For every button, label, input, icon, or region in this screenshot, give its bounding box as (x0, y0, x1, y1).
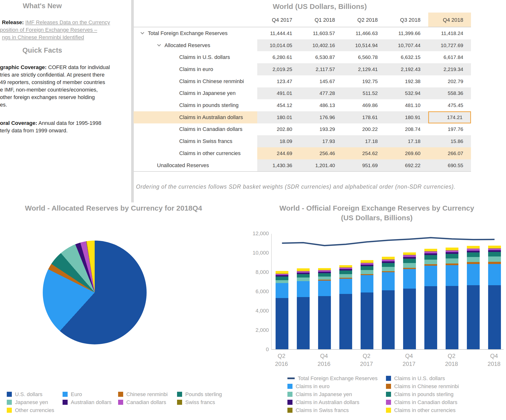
value-cell[interactable]: 197.76 (428, 123, 471, 135)
value-cell[interactable]: 192.38 (385, 75, 428, 87)
bar-segment[interactable] (382, 290, 395, 349)
bar-segment[interactable] (424, 260, 437, 264)
bar-segment[interactable] (361, 270, 373, 274)
bar-segment[interactable] (339, 294, 352, 349)
bar-segment[interactable] (318, 281, 331, 296)
value-cell[interactable]: 486.13 (300, 99, 343, 111)
legend-item-pounds-sterling[interactable]: Pounds sterling (177, 391, 222, 398)
release-link-line-3[interactable]: ngs in Chinese Renminbi Identified (2, 34, 84, 40)
bar-segment[interactable] (297, 278, 310, 281)
value-cell[interactable]: 6,530.87 (300, 51, 343, 63)
legend-item-claims-in-swiss-francs[interactable]: Claims in Swiss francs (287, 407, 386, 413)
row-label-cell[interactable]: Claims in Canadian dollars (134, 123, 257, 135)
bar-segment[interactable] (297, 273, 310, 274)
column-header[interactable]: Q4 2018 (428, 13, 471, 27)
bar-segment[interactable] (318, 280, 331, 281)
bar-segment[interactable] (318, 272, 331, 273)
value-cell[interactable]: 2,019.25 (257, 63, 300, 75)
value-cell[interactable]: 11,418.24 (428, 27, 471, 39)
column-header[interactable]: Q3 2018 (385, 13, 428, 27)
bar-segment[interactable] (467, 248, 480, 249)
bar-segment[interactable] (318, 273, 331, 277)
value-cell[interactable]: 2,129.41 (343, 63, 385, 75)
bar-segment[interactable] (403, 257, 416, 259)
bar-segment[interactable] (361, 263, 373, 263)
bar-segment[interactable] (467, 246, 480, 249)
column-header[interactable]: Q4 2017 (257, 13, 300, 27)
value-cell[interactable]: 254.62 (343, 147, 385, 159)
value-cell[interactable]: 192.75 (343, 75, 385, 87)
value-cell[interactable]: 244.69 (257, 147, 300, 159)
bar-segment[interactable] (339, 274, 352, 278)
value-cell[interactable]: 692.22 (385, 159, 428, 171)
value-cell[interactable]: 2,117.57 (300, 63, 343, 75)
row-label-cell[interactable]: Claims in euro (134, 63, 257, 75)
bar-segment[interactable] (467, 249, 480, 250)
bar-segment[interactable] (403, 269, 416, 289)
bar-segment[interactable] (488, 248, 501, 250)
value-cell[interactable]: 10,707.44 (385, 39, 428, 51)
bar-segment[interactable] (424, 264, 437, 266)
bar-segment[interactable] (382, 259, 395, 261)
legend-item-claims-in-other-currencies[interactable]: Claims in other currencies (386, 407, 459, 413)
bar-segment[interactable] (339, 279, 352, 294)
bar-segment[interactable] (339, 267, 352, 268)
row-label-cell[interactable]: Claims in Japanese yen (134, 87, 257, 100)
value-cell[interactable]: 2,219.34 (428, 63, 471, 75)
value-cell[interactable]: 200.22 (343, 123, 385, 135)
column-header[interactable]: Q1 2018 (300, 13, 343, 27)
value-cell[interactable]: 558.36 (428, 87, 471, 100)
bar-segment[interactable] (339, 271, 352, 274)
bar-segment[interactable] (488, 285, 501, 349)
legend-item-u-s-dollars[interactable]: U.S. dollars (7, 391, 63, 398)
value-cell[interactable]: 202.79 (428, 75, 471, 87)
bar-segment[interactable] (297, 281, 310, 297)
legend-item-chinese-renminbi[interactable]: Chinese renminbi (118, 391, 177, 398)
value-cell[interactable]: 174.21 (428, 111, 471, 123)
bar-segment[interactable] (403, 255, 416, 255)
value-cell[interactable]: 11,399.66 (385, 27, 428, 39)
bar-segment[interactable] (488, 246, 501, 248)
bar-segment[interactable] (446, 263, 458, 265)
bar-segment[interactable] (318, 270, 331, 270)
release-link[interactable]: IMF Releases Data on the Currency (25, 19, 110, 25)
row-label-cell[interactable]: Allocated Reserves (134, 39, 257, 51)
value-cell[interactable]: 477.28 (300, 87, 343, 100)
value-cell[interactable]: 11,466.63 (343, 27, 385, 39)
bar-segment[interactable] (297, 271, 310, 271)
row-label-cell[interactable]: Claims in U.S. dollars (134, 51, 257, 63)
value-cell[interactable]: 17.93 (300, 135, 343, 147)
bar-segment[interactable] (424, 266, 437, 286)
bar-segment[interactable] (446, 265, 458, 286)
bar-segment[interactable] (424, 249, 437, 251)
bar-segment[interactable] (276, 271, 288, 274)
bar-segment[interactable] (382, 271, 395, 272)
value-cell[interactable]: 475.45 (428, 99, 471, 111)
value-cell[interactable]: 6,632.15 (385, 51, 428, 63)
value-cell[interactable]: 266.07 (428, 147, 471, 159)
bar-segment[interactable] (276, 274, 288, 274)
bar-segment[interactable] (446, 286, 458, 349)
bar-segment[interactable] (403, 259, 416, 263)
bar-segment[interactable] (424, 253, 437, 255)
bar-segment[interactable] (382, 267, 395, 271)
legend-item-swiss-francs[interactable]: Swiss francs (177, 399, 222, 406)
bar-segment[interactable] (276, 283, 288, 298)
bar-segment[interactable] (424, 286, 437, 349)
bar-segment[interactable] (403, 289, 416, 349)
row-label-cell[interactable]: Claims in other currencies (134, 147, 257, 159)
value-cell[interactable]: 10,514.94 (343, 39, 385, 51)
bar-segment[interactable] (361, 260, 373, 263)
bar-segment[interactable] (361, 265, 373, 266)
value-cell[interactable]: 15.86 (428, 135, 471, 147)
bar-segment[interactable] (318, 270, 331, 272)
value-cell[interactable]: 1,201.40 (300, 159, 343, 171)
legend-item-canadian-dollars[interactable]: Canadian dollars (118, 399, 177, 406)
legend-item-total-foreign-exchange-reserves[interactable]: Total Foreign Exchange Reserves (287, 375, 386, 382)
value-cell[interactable]: 11,444.41 (257, 27, 300, 39)
bar-segment[interactable] (318, 268, 331, 270)
bar-segment[interactable] (488, 264, 501, 285)
bar-segment[interactable] (276, 298, 288, 349)
bar-segment[interactable] (339, 269, 352, 271)
release-link-line-2[interactable]: position of Foreign Exchange Reserves – (0, 27, 97, 33)
